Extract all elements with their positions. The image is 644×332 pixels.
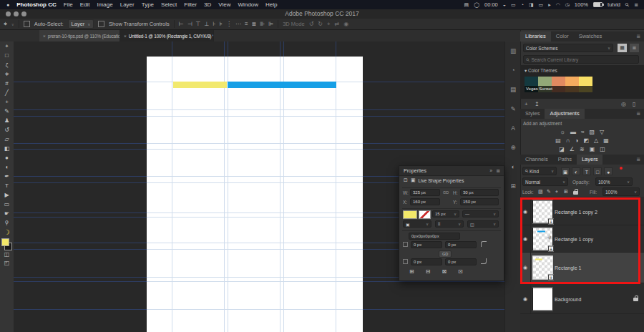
item[interactable]: ▥ bbox=[505, 42, 521, 61]
tab-swatches[interactable]: Swatches bbox=[574, 31, 608, 42]
fill-color-swatch[interactable] bbox=[403, 210, 417, 219]
layer-row-background[interactable]: ◉ Background bbox=[520, 285, 644, 314]
item[interactable]: ⊥ bbox=[205, 21, 210, 27]
opacity-dropdown[interactable]: 100% bbox=[595, 177, 633, 186]
item[interactable]: ≋ bbox=[580, 145, 585, 154]
hand-tool-icon[interactable]: ☛ bbox=[0, 209, 14, 218]
width-input[interactable]: 325 px bbox=[410, 189, 440, 196]
item[interactable]: ◪ bbox=[559, 145, 565, 154]
layer-name[interactable]: Background bbox=[555, 297, 581, 302]
blur-tool-icon[interactable]: ● bbox=[0, 153, 14, 162]
panel-menu-icon[interactable]: ≣ bbox=[636, 109, 644, 119]
item[interactable]: ⊟ bbox=[426, 268, 431, 275]
radius-bl-input[interactable]: 0 px bbox=[411, 258, 442, 265]
panel-menu-icon[interactable]: ≣ bbox=[636, 31, 644, 42]
item[interactable]: ⊤ bbox=[196, 21, 201, 27]
item[interactable]: ☼ bbox=[560, 128, 565, 137]
history-brush-tool-icon[interactable]: ↺ bbox=[0, 125, 14, 135]
stroke-width-dropdown[interactable]: 15 px bbox=[432, 210, 459, 218]
item[interactable]: ◑ bbox=[575, 137, 579, 145]
item[interactable]: 3D bbox=[204, 1, 211, 8]
item[interactable]: ≣ bbox=[252, 21, 257, 27]
document-canvas[interactable] bbox=[147, 57, 363, 332]
layer-filter-dropdown[interactable]: ⚲ Kind bbox=[522, 167, 557, 175]
lock-artboard-icon[interactable]: ⊞ bbox=[564, 189, 568, 195]
gradient-tool-icon[interactable]: ◧ bbox=[0, 144, 14, 153]
eyedropper-tool-icon[interactable]: ╱ bbox=[0, 88, 14, 97]
zoom-tool-icon[interactable]: ⚲ bbox=[0, 218, 14, 228]
stroke-align-dropdown[interactable]: ▣ bbox=[403, 220, 431, 228]
location-icon[interactable]: ▸ bbox=[548, 2, 551, 8]
corner-checkbox[interactable] bbox=[403, 259, 408, 264]
close-tab-icon[interactable]: × bbox=[43, 34, 46, 39]
item[interactable]: ⊠ bbox=[441, 268, 447, 275]
move-tool-icon[interactable]: ⌖ bbox=[0, 42, 14, 51]
lock-transparent-icon[interactable]: ▨ bbox=[538, 189, 543, 195]
stroke-color-swatch[interactable] bbox=[419, 210, 431, 219]
apple-icon[interactable]: ● bbox=[6, 2, 9, 7]
item[interactable]: ∩ bbox=[566, 137, 570, 145]
wifi-icon[interactable]: ◠ bbox=[556, 2, 560, 8]
item[interactable]: ∠ bbox=[570, 145, 575, 154]
tool-preset-caret[interactable]: ∨ bbox=[11, 22, 14, 26]
item[interactable]: Filter bbox=[184, 1, 197, 8]
item[interactable]: ⊞ bbox=[409, 268, 414, 275]
layer-row-rectangle-1-copy[interactable]: ◉ + Rectangle 1 copy bbox=[520, 225, 644, 253]
item[interactable]: ▤ bbox=[555, 137, 561, 145]
visibility-eye-icon[interactable]: ◉ bbox=[523, 236, 527, 242]
grid-view-icon[interactable]: ▦ bbox=[618, 44, 627, 52]
trash-icon[interactable]: ▯ bbox=[633, 101, 635, 107]
item[interactable]: ◐ bbox=[572, 167, 580, 175]
lasso-tool-icon[interactable]: ζ bbox=[0, 60, 14, 69]
auto-select-checkbox[interactable] bbox=[24, 21, 30, 27]
item[interactable]: ▬ bbox=[570, 128, 576, 137]
clone-stamp-tool-icon[interactable]: ♟ bbox=[0, 116, 14, 125]
layer-row-rectangle-1-copy-2[interactable]: ◉ + Rectangle 1 copy 2 bbox=[520, 198, 644, 225]
item[interactable]: ▣ bbox=[590, 145, 595, 154]
stroke-style-dropdown[interactable]: — bbox=[462, 210, 499, 218]
item[interactable]: ◐ bbox=[505, 157, 521, 177]
document-tab-inactive[interactable]: × preran-10-tips.psd @ 110% (Education, … bbox=[39, 30, 120, 42]
item[interactable]: ◉ bbox=[343, 21, 348, 28]
properties-header[interactable]: Properties » ≣ bbox=[399, 166, 504, 176]
item[interactable]: ⊢ bbox=[179, 21, 184, 27]
item[interactable]: ⊡ bbox=[458, 268, 463, 275]
menubar-username[interactable]: tutvid bbox=[608, 1, 620, 8]
list-view-icon[interactable]: ≣ bbox=[630, 44, 639, 52]
eraser-tool-icon[interactable]: ▱ bbox=[0, 135, 14, 144]
foreground-color-swatch[interactable] bbox=[1, 238, 9, 246]
edit-toolbar-icon[interactable]: ☽ bbox=[4, 228, 10, 237]
item[interactable]: ◔ bbox=[505, 61, 521, 80]
item[interactable]: ⇄ bbox=[335, 21, 340, 28]
marquee-tool-icon[interactable]: □ bbox=[0, 51, 14, 60]
tab-adjustments[interactable]: Adjustments bbox=[545, 109, 584, 119]
spotlight-search-icon[interactable]: ⚲ bbox=[624, 1, 630, 8]
layer-thumbnail[interactable]: + bbox=[532, 200, 553, 223]
item[interactable]: Select bbox=[161, 1, 177, 8]
record-circle-icon[interactable]: ◯ bbox=[474, 2, 479, 8]
layer-name[interactable]: Rectangle 1 copy 2 bbox=[555, 209, 597, 214]
layer-thumbnail[interactable]: + bbox=[532, 256, 553, 280]
magic-wand-tool-icon[interactable]: ∗ bbox=[0, 69, 14, 79]
radius-tr-input[interactable]: 0 px bbox=[445, 241, 477, 248]
crop-tool-icon[interactable]: # bbox=[0, 79, 14, 88]
color-themes-section[interactable]: ▾ Color Themes bbox=[525, 68, 557, 74]
dodge-tool-icon[interactable]: ◖ bbox=[0, 162, 14, 172]
item[interactable]: ▧ bbox=[590, 128, 595, 137]
display-icon[interactable]: ▭ bbox=[511, 2, 516, 8]
visibility-eye-icon[interactable]: ◉ bbox=[523, 296, 527, 302]
time-machine-icon[interactable]: ◷ bbox=[565, 2, 570, 8]
notification-center-icon[interactable]: ≣ bbox=[634, 2, 638, 8]
y-input[interactable]: 150 px bbox=[460, 198, 499, 205]
item[interactable]: ≡ bbox=[245, 21, 248, 27]
item[interactable]: Help bbox=[265, 1, 277, 8]
tab-styles[interactable]: Styles bbox=[520, 109, 545, 119]
item[interactable]: ✎ bbox=[505, 99, 521, 119]
tab-libraries[interactable]: Libraries bbox=[520, 31, 551, 42]
item[interactable]: Layer bbox=[120, 1, 135, 8]
panel-menu-icon[interactable]: ≣ bbox=[496, 166, 500, 175]
item[interactable]: ⋯ bbox=[235, 21, 241, 27]
library-select-dropdown[interactable]: Color Schemes bbox=[523, 44, 613, 52]
item[interactable]: ⊪ bbox=[260, 21, 265, 27]
panel-menu-icon[interactable]: ≣ bbox=[636, 155, 644, 165]
